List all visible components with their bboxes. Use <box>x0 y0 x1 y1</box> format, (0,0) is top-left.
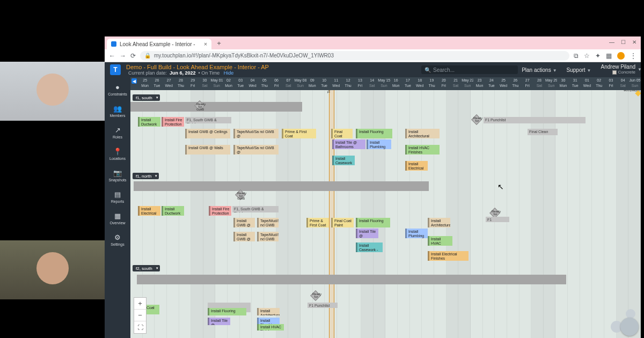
window-minimize-icon[interactable]: — <box>609 39 614 45</box>
task-arch3[interactable]: Install Architectural <box>257 308 280 315</box>
plan-actions-menu[interactable]: Plan actions▼ <box>522 67 557 73</box>
lane-header-f2south[interactable]: f2, south <box>133 265 160 271</box>
nav-reload-icon[interactable]: ⟳ <box>130 52 136 60</box>
task-hvac2[interactable]: Install HVAC Finishes <box>428 236 452 246</box>
tab-favicon <box>111 41 116 47</box>
task-gwb-walls2[interactable]: Install GWB @ Walls <box>233 232 255 241</box>
address-bar[interactable]: 🔒 my.touchplan.io/#!/plan/-MKpkyaTdyKsBk… <box>140 51 569 61</box>
menu-icon[interactable]: ⋮ <box>630 52 636 60</box>
task-flooring[interactable]: Install Flooring <box>356 129 392 138</box>
participant-1-video <box>0 62 105 121</box>
sidebar-item-snapshots[interactable]: 📷Snapshots <box>106 166 129 185</box>
task-tape-mud[interactable]: Tape/Mud/Sa nd GWB @ <box>233 129 279 138</box>
task-f1-punchlist2[interactable]: F1 Punchlist <box>486 217 509 222</box>
star-icon[interactable]: ☆ <box>584 52 590 60</box>
sidebar-item-roles[interactable]: ↗Roles <box>106 123 129 142</box>
zoom-fit-button[interactable]: ⛶ <box>134 321 146 333</box>
zoom-in-button[interactable]: + <box>134 298 146 310</box>
task-tape-mud2[interactable]: Tape/Mud/Sa nd GWB @ <box>233 145 279 155</box>
task-hvac-fin[interactable]: Install HVAC Finishes <box>405 145 440 155</box>
tab-close-icon[interactable]: × <box>204 41 207 47</box>
today-marker <box>329 90 334 338</box>
task-install-fire[interactable]: Install Fire Protection <box>162 117 184 127</box>
support-menu[interactable]: Support▼ <box>567 67 591 73</box>
timeline-header: ◀ 252627282930May 01020304050607May 0809… <box>130 77 641 90</box>
plan-canvas[interactable]: ◀ 252627282930May 01020304050607May 0809… <box>130 77 641 338</box>
milestone-ready-gwb-2[interactable]: Ready for GWB <box>236 190 245 200</box>
task-gwb-walls[interactable]: Install GWB @ Walls <box>185 145 230 155</box>
arrow-icon: ↗ <box>115 126 121 134</box>
task-electrical2[interactable]: Install Electrical <box>138 206 160 216</box>
task-tile2[interactable]: Install Tile @ Bathrooms <box>356 229 378 238</box>
browser-window: Look Ahead Example - Interior - × + — ☐ … <box>105 36 641 338</box>
lane-header-f1south[interactable]: f1, south <box>133 94 160 101</box>
task-electrical[interactable]: Install Electrical <box>405 161 428 171</box>
people-icon: 👥 <box>113 105 122 113</box>
task-gwb-ceilings[interactable]: Install GWB @ Ceilings <box>185 129 230 138</box>
milestone-ready[interactable]: Ready for <box>472 115 481 124</box>
extensions-icon[interactable]: ✦ <box>595 52 601 60</box>
task-prime-first[interactable]: Prime & First Coat <box>282 129 316 138</box>
task-f1s-gwb2[interactable]: F1, South GWB & Finishes <box>232 206 279 212</box>
task-flooring2[interactable]: Install Flooring <box>356 218 390 227</box>
window-close-icon[interactable]: ✕ <box>632 39 636 45</box>
task-tapemud4[interactable]: Tape/Mud/Sa nd GWB @ <box>257 232 279 241</box>
nav-forward-icon[interactable]: → <box>120 52 126 60</box>
task-plumb-fix[interactable]: Install Plumbing Fixtures <box>367 139 391 149</box>
task-install-ductwork[interactable]: Install Ductwork <box>138 117 160 127</box>
milestone-ready3[interactable]: Ready for <box>311 291 320 300</box>
profile-avatar[interactable] <box>617 52 625 60</box>
task-fire2[interactable]: Install Fire Protection <box>209 206 231 216</box>
task-f1-punchlist[interactable]: F1 Punchlist <box>484 117 586 123</box>
nav-back-icon[interactable]: ← <box>109 52 115 60</box>
hide-link[interactable]: Hide <box>224 70 234 76</box>
sidebar-item-settings[interactable]: ⚙Settings <box>106 231 129 249</box>
task-tile3[interactable]: Install Tile @ Bathrooms <box>208 318 230 325</box>
chat-launcher-icon[interactable] <box>620 318 639 336</box>
plan-meta: Current plan date: Jun 6, 2022 • On Time… <box>128 70 269 76</box>
task-final-clean[interactable]: Final Clean <box>528 129 558 135</box>
task-flooring3[interactable]: Install Flooring <box>208 308 246 315</box>
task-gwb-ceil2[interactable]: Install GWB @ Ceilings <box>233 218 255 227</box>
task-final-coat[interactable]: Final Coat Paint <box>331 129 353 138</box>
task-finalcoat2[interactable]: Final Coat Paint <box>331 218 354 227</box>
circle-icon: ● <box>115 83 120 91</box>
task-tapemud3[interactable]: Tape/Mud/Sa nd GWB @ <box>257 218 279 227</box>
milestone-ready-gwb[interactable]: Ready for GWB <box>195 101 204 111</box>
browser-tab[interactable]: Look Ahead Example - Interior - × <box>107 39 211 49</box>
task-ductwork2[interactable]: Install Ductwork <box>162 206 184 216</box>
user-menu[interactable]: Andrew Piland Concrete ▼ <box>601 64 635 75</box>
task-arch2[interactable]: Install Architectural <box>428 218 450 227</box>
sidebar-item-overview[interactable]: ▦Overview <box>106 209 129 227</box>
task-f1-punchlist3[interactable]: F1 Punchlist <box>308 303 338 308</box>
search-input[interactable]: 🔍 Search... <box>421 65 518 74</box>
timeline-back-button[interactable]: ◀ <box>131 78 137 84</box>
zoom-out-button[interactable]: − <box>134 310 146 321</box>
new-tab-button[interactable]: + <box>215 39 223 47</box>
task-elec-fin[interactable]: Install Electrical Finishes <box>428 251 469 261</box>
share-icon[interactable]: ⧉ <box>574 52 579 60</box>
task-hvac3[interactable]: Install HVAC Finishes <box>257 324 284 330</box>
task-prime2[interactable]: Prime & First Coat <box>306 218 329 227</box>
search-icon: 🔍 <box>425 67 431 73</box>
task-bar[interactable] <box>137 275 566 284</box>
task-f1s-gwb[interactable]: F1, South GWB & Finishes <box>185 117 231 123</box>
plan-status: On Time <box>201 70 219 76</box>
task-casework-h[interactable]: Install Casework - High <box>356 243 383 252</box>
task-plumbing2[interactable]: Install Plumbing <box>405 229 428 238</box>
window-maximize-icon[interactable]: ☐ <box>621 39 626 45</box>
sidebar-item-reports[interactable]: ▤Reports <box>106 188 129 206</box>
task-tile-bath[interactable]: Install Tile @ Bathrooms <box>332 139 365 149</box>
task-casework[interactable]: Install Casework <box>332 156 355 165</box>
task-architectural[interactable]: Install Architectural <box>405 129 440 138</box>
task-bar[interactable] <box>130 102 302 112</box>
grid-icon[interactable]: ▦ <box>606 52 612 60</box>
breadcrumb[interactable]: Demo - Full Build - Look Ahead Example -… <box>126 64 269 70</box>
zoom-controls: + − ⛶ <box>134 297 147 334</box>
sidebar-item-locations[interactable]: 📍Locations <box>106 145 129 163</box>
lane-header-f1north[interactable]: f1, north <box>133 173 159 179</box>
sidebar-item-members[interactable]: 👥Members <box>106 102 129 120</box>
app-logo[interactable]: T <box>110 64 121 75</box>
sidebar-item-constraints[interactable]: ●Constraints <box>106 80 129 99</box>
task-bar[interactable] <box>134 181 429 191</box>
